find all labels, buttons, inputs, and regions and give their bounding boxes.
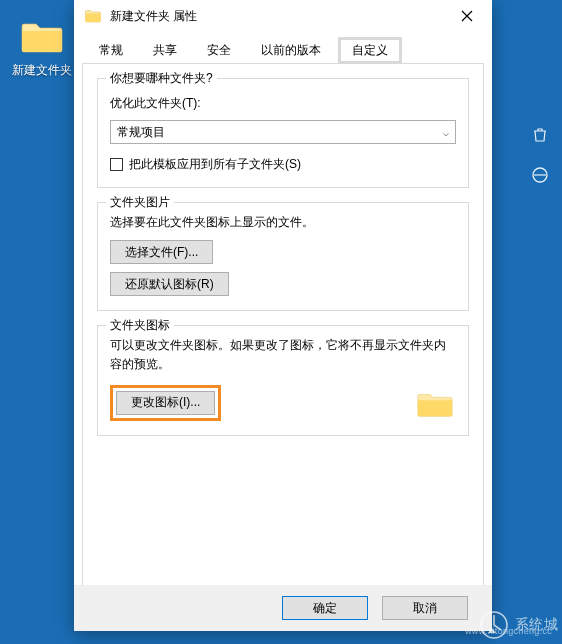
folder-icon — [84, 7, 102, 25]
dialog-footer: 确定 取消 — [74, 585, 492, 631]
cancel-button[interactable]: 取消 — [382, 596, 468, 620]
tab-previous-versions[interactable]: 以前的版本 — [246, 36, 336, 64]
tab-security[interactable]: 安全 — [192, 36, 246, 64]
close-icon — [461, 10, 473, 22]
tabstrip: 常规 共享 安全 以前的版本 自定义 — [74, 34, 492, 64]
group-folder-icon: 文件夹图标 可以更改文件夹图标。如果更改了图标，它将不再显示文件夹内容的预览。 … — [97, 325, 469, 435]
close-button[interactable] — [446, 2, 488, 30]
watermark-sub: www.xitongcheng.cc — [465, 626, 552, 636]
tab-customize[interactable]: 自定义 — [338, 37, 402, 64]
watermark: 系统城 www.xitongcheng.cc — [479, 610, 559, 640]
edge-icon — [531, 166, 549, 184]
group-folder-type: 你想要哪种文件夹? 优化此文件夹(T): 常规项目 ⌵ 把此模板应用到所有子文件… — [97, 78, 469, 188]
titlebar: 新建文件夹 属性 — [74, 0, 492, 32]
optimize-select[interactable]: 常规项目 ⌵ — [110, 120, 456, 144]
chevron-down-icon: ⌵ — [443, 127, 449, 138]
desktop-folder-label: 新建文件夹 — [12, 62, 72, 79]
folder-icon-desc: 可以更改文件夹图标。如果更改了图标，它将不再显示文件夹内容的预览。 — [110, 336, 456, 374]
restore-default-button[interactable]: 还原默认图标(R) — [110, 272, 229, 296]
choose-file-button[interactable]: 选择文件(F)... — [110, 240, 213, 264]
checkbox-icon — [110, 158, 123, 171]
group-folder-picture: 文件夹图片 选择要在此文件夹图标上显示的文件。 选择文件(F)... 还原默认图… — [97, 202, 469, 311]
change-icon-highlight: 更改图标(I)... — [110, 385, 221, 421]
properties-dialog: 新建文件夹 属性 常规 共享 安全 以前的版本 自定义 你想要哪种文件夹? 优化… — [74, 0, 492, 631]
folder-icon — [20, 18, 64, 54]
tab-sharing[interactable]: 共享 — [138, 36, 192, 64]
tab-panel: 你想要哪种文件夹? 优化此文件夹(T): 常规项目 ⌵ 把此模板应用到所有子文件… — [82, 63, 484, 597]
apply-subfolders-label: 把此模板应用到所有子文件夹(S) — [129, 156, 301, 173]
change-icon-button[interactable]: 更改图标(I)... — [116, 391, 215, 415]
ok-button[interactable]: 确定 — [282, 596, 368, 620]
optimize-select-value: 常规项目 — [117, 124, 165, 141]
apply-subfolders-checkbox[interactable]: 把此模板应用到所有子文件夹(S) — [110, 156, 456, 173]
desktop-folder[interactable]: 新建文件夹 — [12, 18, 72, 79]
tab-general[interactable]: 常规 — [84, 36, 138, 64]
group-folder-type-title: 你想要哪种文件夹? — [106, 70, 217, 87]
optimize-label: 优化此文件夹(T): — [110, 95, 456, 112]
folder-preview-icon — [414, 385, 456, 421]
group-folder-picture-title: 文件夹图片 — [106, 194, 174, 211]
group-folder-icon-title: 文件夹图标 — [106, 317, 174, 334]
desktop-tray — [528, 120, 552, 200]
trash-icon — [531, 126, 549, 144]
dialog-title: 新建文件夹 属性 — [110, 8, 446, 25]
folder-picture-desc: 选择要在此文件夹图标上显示的文件。 — [110, 213, 456, 232]
